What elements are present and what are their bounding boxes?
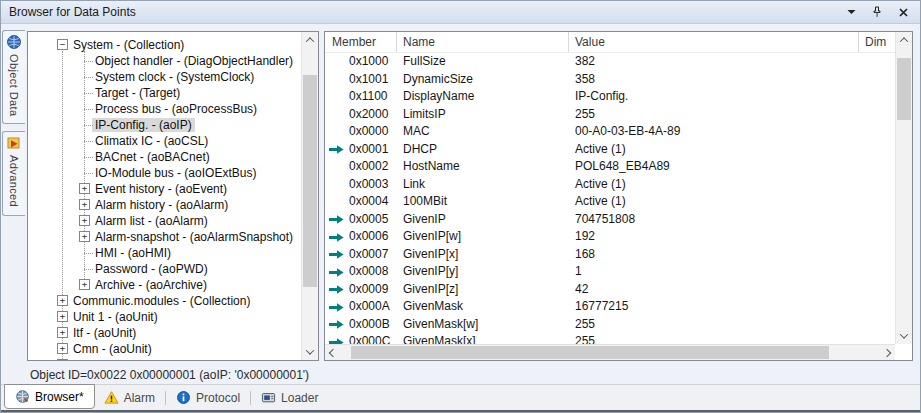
tree-item[interactable]: Object handler - (DiagObjectHandler) [28, 53, 301, 69]
table-row[interactable]: 0x0008GivenIP[y]1 [325, 263, 895, 281]
table-row[interactable]: 0x000BGivenMask[w]255 [325, 316, 895, 334]
table-row[interactable]: 0x1000FullSize382 [325, 53, 895, 71]
titlebar-controls [844, 5, 920, 19]
tree-item-label[interactable]: Climatix IC - (aoCSL) [92, 134, 211, 148]
tree-item-label[interactable]: Process bus - (aoProcessBus) [92, 102, 260, 116]
tree-item[interactable]: System clock - (SystemClock) [28, 69, 301, 85]
object-tree-panel: −System - (Collection)Object handler - (… [27, 31, 319, 361]
tree-item[interactable]: +Cmn - (aoUnit) [28, 341, 301, 357]
tree-item-label[interactable]: IO-Module bus - (aoIOExtBus) [92, 166, 259, 180]
tab-protocol[interactable]: Protocol [167, 386, 249, 410]
tree-vertical-scrollbar[interactable] [301, 32, 318, 360]
expand-icon[interactable]: + [79, 279, 90, 290]
tree-item[interactable]: +Event history - (aoEvent) [28, 181, 301, 197]
tree-item[interactable]: IP-Config. - (aoIP) [28, 117, 301, 133]
table-row[interactable]: 0x0001DHCPActive (1) [325, 141, 895, 159]
window-menu-button[interactable] [844, 5, 858, 19]
table-row[interactable]: 0x0002HostNamePOL648_EB4A89 [325, 158, 895, 176]
scroll-right-button[interactable] [879, 345, 895, 361]
side-tab-object-data[interactable]: Object Data [2, 30, 25, 124]
table-row[interactable]: 0x000CGivenMask[x]255 [325, 333, 895, 344]
tree-item[interactable]: Password - (aoPWD) [28, 261, 301, 277]
tree-item[interactable]: +Unit 1 - (aoUnit) [28, 309, 301, 325]
tree-item-label[interactable]: Alarm history - (aoAlarm) [92, 198, 231, 212]
expand-icon[interactable]: + [57, 343, 68, 354]
tree-item[interactable]: IO-Module bus - (aoIOExtBus) [28, 165, 301, 181]
tree-item-label[interactable]: Alarm-snapshot - (aoAlarmSnapshot) [92, 230, 296, 244]
table-row[interactable]: 0x1100DisplayNameIP-Config. [325, 88, 895, 106]
table-horizontal-scrollbar[interactable] [325, 344, 895, 360]
tree-item-label[interactable]: Alarm list - (aoAlarm) [92, 214, 211, 228]
tree-item[interactable]: +Alarm history - (aoAlarm) [28, 197, 301, 213]
tree-item[interactable]: Process bus - (aoProcessBus) [28, 101, 301, 117]
table-row[interactable]: 0x0009GivenIP[z]42 [325, 281, 895, 299]
tree-item[interactable]: +Communic.modules - (Collection) [28, 293, 301, 309]
tree-item-label[interactable]: Password - (aoPWD) [92, 262, 211, 276]
tree-item[interactable]: +Alarm-snapshot - (aoAlarmSnapshot) [28, 229, 301, 245]
table-row[interactable]: 0x0007GivenIP[x]168 [325, 246, 895, 264]
tree-item-label[interactable]: BACnet - (aoBACnet) [92, 150, 213, 164]
scroll-down-button[interactable] [896, 328, 912, 344]
tree-item[interactable]: −System - (Collection) [28, 37, 301, 53]
table-row[interactable]: 0x0005GivenIP704751808 [325, 211, 895, 229]
cell-member: 0x000C [325, 333, 397, 344]
expand-icon[interactable]: + [57, 311, 68, 322]
tree-item[interactable]: HMI - (aoHMI) [28, 245, 301, 261]
tab-browser[interactable]: Browser* [4, 384, 95, 409]
scroll-up-button[interactable] [302, 32, 318, 48]
tree-item-label[interactable]: Communic.modules - (Collection) [70, 294, 253, 308]
tree-item-label[interactable]: Cmn - (aoUnit) [70, 342, 155, 356]
expand-icon[interactable]: + [57, 295, 68, 306]
bottom-tab-bar: Browser* Alarm Protocol Loader [1, 384, 920, 410]
expand-icon[interactable]: + [79, 231, 90, 242]
tree-item-label[interactable]: Target - (Target) [92, 86, 183, 100]
tree-item-label[interactable]: Object handler - (DiagObjectHandler) [92, 54, 296, 68]
table-row[interactable]: 0x0000MAC00-A0-03-EB-4A-89 [325, 123, 895, 141]
tree-item-label[interactable]: System - (Collection) [70, 38, 187, 52]
tree-item[interactable]: +Archive - (aoArchive) [28, 277, 301, 293]
tree-item-label[interactable]: HMI - (aoHMI) [92, 246, 174, 260]
tab-loader[interactable]: Loader [252, 386, 327, 410]
tree-item[interactable]: +Itf - (aoUnit) [28, 325, 301, 341]
expand-icon[interactable]: + [79, 183, 90, 194]
column-header-value[interactable]: Value [569, 32, 859, 52]
expand-icon[interactable]: + [57, 327, 68, 338]
tree-item[interactable]: +Alarm list - (aoAlarm) [28, 213, 301, 229]
column-header-member[interactable]: Member [325, 32, 397, 52]
tree-item-label[interactable]: Archive - (aoArchive) [92, 278, 210, 292]
scrollbar-thumb[interactable] [351, 346, 829, 359]
scroll-left-button[interactable] [325, 345, 341, 361]
tree-item-label[interactable]: Unit 1 - (aoUnit) [70, 310, 161, 324]
table-row[interactable]: 0x0003LinkActive (1) [325, 176, 895, 194]
window-pin-button[interactable] [870, 5, 884, 19]
tree-item-label[interactable]: IP-Config. - (aoIP) [92, 118, 195, 132]
expand-icon[interactable]: + [79, 215, 90, 226]
window-close-button[interactable] [896, 5, 910, 19]
tree-item[interactable]: +Z1 - (aoUnit) [28, 357, 301, 360]
tree-item[interactable]: Climatix IC - (aoCSL) [28, 133, 301, 149]
tab-alarm[interactable]: Alarm [95, 386, 164, 410]
cell-name: GivenMask[w] [397, 316, 569, 334]
table-row[interactable]: 0x2000LimitsIP255 [325, 106, 895, 124]
table-row[interactable]: 0x1001DynamicSize358 [325, 71, 895, 89]
scroll-up-button[interactable] [896, 32, 912, 48]
tree-item-label[interactable]: Event history - (aoEvent) [92, 182, 230, 196]
column-header-name[interactable]: Name [397, 32, 569, 52]
table-row[interactable]: 0x0006GivenIP[w]192 [325, 228, 895, 246]
expand-icon[interactable]: + [57, 359, 68, 360]
tree-item[interactable]: Target - (Target) [28, 85, 301, 101]
collapse-icon[interactable]: − [57, 39, 68, 50]
column-header-dim[interactable]: Dim [859, 32, 895, 52]
table-row[interactable]: 0x0004100MBitActive (1) [325, 193, 895, 211]
tree-item-label[interactable]: Itf - (aoUnit) [70, 326, 139, 340]
expand-icon[interactable]: + [79, 199, 90, 210]
table-vertical-scrollbar[interactable] [895, 32, 912, 344]
tree-item-label[interactable]: Z1 - (aoUnit) [70, 358, 143, 360]
tree-item-label[interactable]: System clock - (SystemClock) [92, 70, 257, 84]
scroll-down-button[interactable] [302, 344, 318, 360]
scrollbar-thumb[interactable] [303, 75, 317, 287]
tree-item[interactable]: BACnet - (aoBACnet) [28, 149, 301, 165]
side-tab-advanced[interactable]: Advanced [2, 131, 25, 215]
scrollbar-thumb[interactable] [897, 58, 911, 120]
table-row[interactable]: 0x000AGivenMask16777215 [325, 298, 895, 316]
